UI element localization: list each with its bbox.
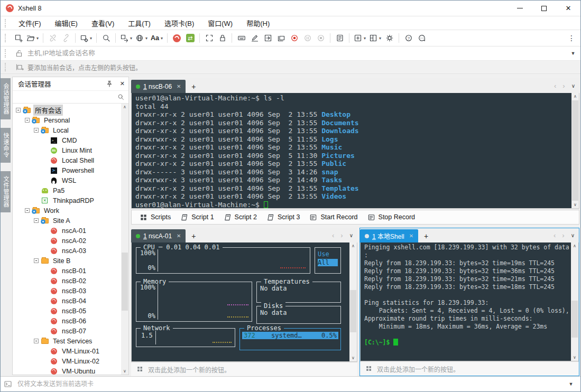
dropdown-arrow-icon[interactable]: ▾ [36, 36, 39, 41]
dropdown-arrow-icon[interactable]: ▾ [145, 36, 147, 41]
tab-list-icon[interactable]: ∨ [571, 232, 575, 238]
font-button[interactable]: Aa▾ [149, 32, 164, 45]
quick-button-bar[interactable]: 双击此处添加一个新的按钮。 [131, 362, 357, 376]
menu-help[interactable]: 帮助(H) [239, 18, 276, 28]
find-button[interactable] [99, 32, 113, 45]
selector-use[interactable]: Use [318, 250, 338, 258]
stop-record-button[interactable]: Stop Record [363, 211, 420, 223]
tree-item-nsca-01[interactable]: nscA-01 [15, 226, 121, 236]
scrollbar-thumb[interactable] [571, 301, 578, 338]
tree-item-nscb-07[interactable]: nscB-07 [15, 326, 121, 336]
tree-item-site-a[interactable]: Site A [15, 216, 121, 226]
xftp-button[interactable]: ⇄ [183, 32, 197, 45]
tree-item-site-b[interactable]: Site B [15, 256, 121, 266]
selector-all[interactable]: All [318, 259, 338, 266]
terminal-scrollbar[interactable]: ∧ ∨ [349, 242, 357, 361]
tab-scroll-left-icon[interactable]: ‹ [554, 231, 556, 239]
dropdown-arrow-icon[interactable]: ▾ [379, 36, 381, 41]
tab-scroll-right-icon[interactable]: › [562, 82, 565, 90]
scroll-up-icon[interactable]: ∧ [349, 242, 357, 249]
tree-item-nsca-02[interactable]: nscA-02 [15, 236, 121, 246]
tree-item-thinkpadrdp[interactable]: ✕ThinkpadRDP [15, 195, 121, 206]
menu-tab[interactable]: 选项卡(B) [158, 18, 201, 28]
lock-screen-button[interactable] [216, 32, 229, 45]
tab-nscA-01[interactable]: 1 nscA-01 ✕ [131, 229, 186, 242]
scrollbar-thumb[interactable] [572, 100, 578, 201]
tree-item-vm-ubuntu[interactable]: VM-Ubuntu [15, 366, 121, 375]
tab-scroll-left-icon[interactable]: ‹ [554, 82, 556, 90]
session-search-input[interactable] [17, 93, 114, 101]
send-text-button[interactable] [261, 32, 274, 45]
new-session-button[interactable] [12, 32, 25, 45]
scroll-down-icon[interactable]: ∨ [121, 368, 128, 375]
main-terminal[interactable]: user01@alan-Virtual-Machine:~$ ls -ltota… [131, 93, 579, 209]
quick-button-bar[interactable]: 双击此处添加一个新的按钮。 [360, 361, 579, 376]
monitor-terminal[interactable]: CPU ─ 0.01 0.04 0.01 100% 0% Use All [131, 242, 357, 362]
tree-item-vm-linux-02[interactable]: VM-Linux-02 [15, 356, 121, 366]
tree-item-personal[interactable]: Personal [15, 115, 121, 125]
tree-item-work[interactable]: Work [15, 206, 121, 216]
dropdown-arrow-icon[interactable]: ▾ [161, 36, 163, 41]
address-grip[interactable] [5, 49, 7, 58]
scroll-up-icon[interactable]: ∧ [571, 242, 578, 249]
menu-window[interactable]: 窗口(W) [201, 18, 239, 28]
maximize-button[interactable] [532, 1, 556, 16]
script-2-button[interactable]: Script 2 [219, 211, 262, 223]
tree-item-所有会话[interactable]: 所有会话 [15, 105, 121, 115]
tab-local-shell[interactable]: 1 本地Shell ✕ [360, 229, 418, 242]
tree-item-local-shell[interactable]: Local Shell [15, 155, 121, 165]
help-button[interactable]: ? [402, 32, 415, 45]
search-icon[interactable] [117, 94, 124, 100]
on-screen-keyboard-button[interactable] [235, 32, 248, 45]
tab-scroll-right-icon[interactable]: › [562, 231, 564, 239]
full-screen-button[interactable] [202, 32, 216, 45]
new-tab-button[interactable]: + [186, 80, 201, 93]
new-tab-button[interactable]: ▾ [352, 32, 367, 45]
minimize-button[interactable] [508, 1, 532, 16]
new-tab-button[interactable]: + [186, 229, 201, 242]
terminal-scrollbar[interactable]: ∧ ∨ [571, 93, 579, 208]
open-session-button[interactable]: ▾ [25, 32, 40, 45]
scripts-button[interactable]: Scripts [135, 211, 176, 223]
scroll-down-icon[interactable]: ∨ [571, 354, 578, 361]
tree-item-vm-linux-01[interactable]: VM-Linux-01 [15, 346, 121, 356]
host-address-input[interactable] [26, 49, 565, 58]
menu-file[interactable]: 文件(F) [12, 18, 48, 28]
tree-item-linux-mint[interactable]: mLinux Mint [15, 145, 121, 155]
scrollbar-thumb[interactable] [122, 253, 128, 311]
tree-item-nscb-06[interactable]: nscB-06 [15, 316, 121, 326]
toolbar-grip[interactable] [5, 34, 7, 42]
tab-scroll-right-icon[interactable]: › [340, 231, 343, 239]
script-3-button[interactable]: Script 3 [262, 211, 305, 223]
tree-expander-icon[interactable] [34, 218, 39, 223]
scrollbar-thumb[interactable] [350, 290, 356, 332]
tab-list-icon[interactable]: ∨ [571, 83, 575, 89]
side-tab-quick-commands[interactable]: 快速命令 [1, 128, 11, 163]
tab-close-icon[interactable]: ✕ [177, 233, 181, 239]
shell-terminal[interactable]: Pinging xshell.com [18.239.199.33] with … [360, 242, 579, 361]
encoding-button[interactable]: ▾ [134, 32, 149, 45]
tree-item-nscb-03[interactable]: nscB-03 [15, 286, 121, 296]
info-grip[interactable] [5, 63, 7, 71]
panel-close-icon[interactable]: ✕ [120, 80, 125, 87]
menu-edit[interactable]: 编辑(E) [48, 18, 85, 28]
toolbar-overflow-icon[interactable]: ⋮ [568, 34, 577, 42]
log-button[interactable] [333, 32, 346, 45]
tree-item-wsl[interactable]: WSL [15, 175, 121, 185]
tree-item-powershell[interactable]: ≻Powershell [15, 165, 121, 175]
tree-expander-icon[interactable] [34, 258, 39, 263]
tree-expander-icon[interactable] [25, 118, 30, 123]
tree-item-nscb-05[interactable]: nscB-05 [15, 306, 121, 316]
tree-item-nscb-04[interactable]: nscB-04 [15, 296, 121, 306]
options-button[interactable] [383, 32, 396, 45]
scroll-up-icon[interactable]: ∧ [571, 93, 579, 100]
sidebar-scrollbar[interactable]: ∧ ∨ [121, 104, 128, 375]
menu-grip[interactable] [5, 19, 7, 27]
tab-close-icon[interactable]: ✕ [409, 233, 413, 239]
duplicate-session-button[interactable]: ▾ [78, 32, 94, 45]
file-transfer-button[interactable]: ▾ [118, 32, 134, 45]
scroll-up-icon[interactable]: ∧ [121, 104, 128, 110]
tree-item-cmd[interactable]: >_CMD [15, 135, 121, 145]
address-dropdown-icon[interactable]: ▼ [568, 51, 578, 56]
tree-item-local[interactable]: Local [15, 125, 121, 135]
